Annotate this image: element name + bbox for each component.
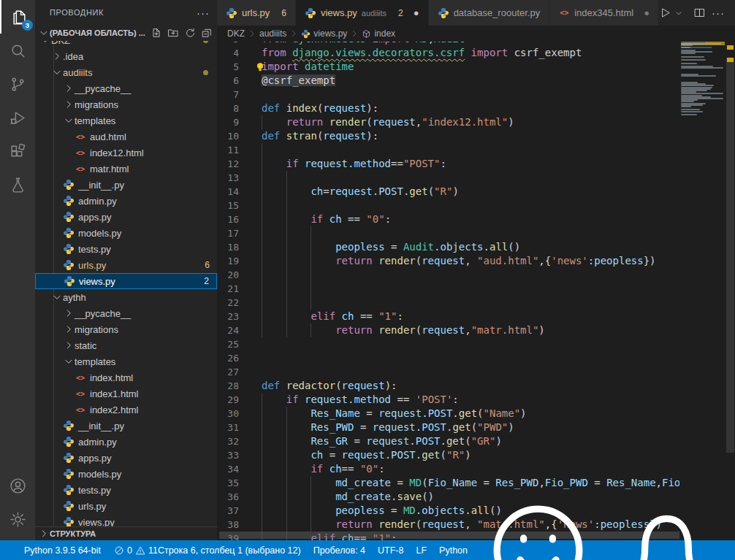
code-line-12[interactable]: 12 if request.method=="POST": — [217, 157, 679, 171]
code-line-19[interactable]: 19 return render(request, "aud.html",{'n… — [217, 254, 679, 268]
activity-item-run-debug[interactable] — [0, 101, 35, 134]
code-line-15[interactable]: 15 — [217, 199, 679, 212]
tree-item-matr-html[interactable]: <>matr.html — [35, 161, 217, 177]
tree-item--init-py[interactable]: __init__.py — [35, 418, 217, 434]
tree-item-admin-py[interactable]: admin.py — [35, 434, 217, 450]
new-folder-icon[interactable] — [167, 27, 179, 39]
cursor-position-status[interactable]: Строка 6, столбец 1 (выбрано 12) — [158, 545, 301, 556]
breadcrumb-item-views-py[interactable]: views.py — [301, 28, 347, 39]
refresh-icon[interactable] — [184, 27, 196, 39]
run-button[interactable] — [659, 7, 671, 19]
tree-item-models-py[interactable]: models.py — [35, 225, 217, 241]
tree-item-tests-py[interactable]: tests.py — [35, 241, 217, 257]
breadcrumb-item-audiiits[interactable]: audiiits — [259, 28, 286, 39]
code-line-8[interactable]: 8def index(request): — [217, 101, 679, 115]
sidebar-more-icon[interactable]: ··· — [197, 7, 210, 19]
workspace-section-header[interactable]: (РАБОЧАЯ ОБЛАСТЬ) ... — [35, 25, 217, 41]
activity-item-explorer[interactable]: 3 — [0, 0, 37, 34]
scrollbar-slider[interactable] — [726, 58, 734, 453]
tree-item-migrations[interactable]: migrations — [35, 96, 217, 112]
eol-status[interactable]: LF — [416, 545, 427, 556]
tree-item-index2-html[interactable]: <>index2.html — [35, 402, 217, 418]
encoding-status[interactable]: UTF-8 — [378, 545, 403, 556]
code-line-13[interactable]: 13 — [217, 171, 679, 185]
minimap[interactable] — [679, 42, 726, 540]
dirty-indicator-icon[interactable]: ● — [644, 7, 650, 18]
activity-item-account[interactable] — [0, 469, 35, 502]
code-line-28[interactable]: 28def redactor(request): — [217, 379, 679, 393]
tree-item-index1-html[interactable]: <>index1.html — [35, 386, 217, 402]
tree-item-static[interactable]: static — [35, 337, 217, 353]
code-editor[interactable]: 3from aythh.models import MD,Audit4from … — [217, 42, 679, 540]
code-line-21[interactable]: 21 — [217, 282, 679, 296]
code-line-22[interactable]: 22 — [217, 296, 679, 310]
code-line-14[interactable]: 14 ch=request.POST.get("R") — [217, 185, 679, 199]
new-file-icon[interactable] — [151, 27, 162, 39]
code-line-35[interactable]: 35 md_create = MD(Fio_Name = Res_PWD,Fio… — [217, 476, 679, 490]
code-line-7[interactable]: 7 — [217, 88, 679, 101]
activity-item-search[interactable] — [0, 34, 35, 67]
code-line-27[interactable]: 27 — [217, 365, 679, 379]
tree-item-templates[interactable]: templates — [35, 353, 217, 369]
activity-item-extensions[interactable] — [0, 134, 35, 168]
tab-views-py[interactable]: views.pyaudiiits2● — [296, 0, 429, 26]
code-line-4[interactable]: 4from django.views.decorators.csrf impor… — [217, 46, 679, 60]
run-dropdown-icon[interactable] — [674, 9, 683, 18]
tree-item-aud-html[interactable]: <>aud.html — [35, 129, 217, 145]
collapse-all-icon[interactable] — [201, 27, 213, 39]
tree-item--init-py[interactable]: __init__.py — [35, 177, 217, 193]
tree-item-views-py[interactable]: views.py2 — [35, 273, 217, 289]
code-line-6[interactable]: 6@csrf_exempt — [217, 74, 679, 88]
code-line-31[interactable]: 31 Res_PWD = request.POST.get("PWD") — [217, 421, 679, 434]
code-line-25[interactable]: 25 — [217, 337, 679, 351]
problems-status[interactable]: 0 11 — [114, 545, 158, 556]
vertical-scrollbar[interactable] — [726, 26, 735, 540]
bell-icon[interactable] — [609, 492, 725, 560]
tree-item-apps-py[interactable]: apps.py — [35, 450, 217, 466]
code-line-24[interactable]: 24 return render(request,"matr.html") — [217, 323, 679, 337]
tree-item-audiiits[interactable]: audiiits — [35, 64, 217, 80]
tree-item--pycache-[interactable]: __pycache__ — [35, 80, 217, 96]
breadcrumb-item-dkz[interactable]: DKZ — [227, 28, 245, 39]
tree-item-templates[interactable]: templates — [35, 112, 217, 129]
code-line-32[interactable]: 32 Res_GR = request.POST.get("GR") — [217, 434, 679, 448]
activity-item-settings[interactable] — [0, 502, 35, 536]
code-line-30[interactable]: 30 Res_Name = request.POST.get("Name") — [217, 407, 679, 421]
lightbulb-icon[interactable] — [255, 61, 265, 72]
tree-item-index12-html[interactable]: <>index12.html — [35, 145, 217, 161]
code-line-29[interactable]: 29 if request.method == 'POST': — [217, 393, 679, 407]
language-mode-status[interactable]: Python — [439, 545, 468, 556]
code-line-10[interactable]: 10def stran(request): — [217, 129, 679, 143]
tab-urls-py[interactable]: urls.py6 — [217, 0, 296, 26]
activity-item-testing[interactable] — [0, 168, 35, 202]
dirty-indicator-icon[interactable]: ● — [414, 7, 419, 18]
code-line-16[interactable]: 16 if ch == "0": — [217, 212, 679, 226]
code-line-9[interactable]: 9 return render(request,"index12.html") — [217, 115, 679, 129]
tree-item--idea[interactable]: .idea — [35, 48, 217, 64]
tab-database-roouter-py[interactable]: database_roouter.py — [429, 0, 550, 26]
code-line-17[interactable]: 17 — [217, 226, 679, 240]
code-line-26[interactable]: 26 — [217, 351, 679, 365]
editor-more-actions-icon[interactable]: ··· — [709, 7, 728, 19]
tree-item-apps-py[interactable]: apps.py — [35, 209, 217, 225]
python-interpreter-status[interactable]: Python 3.9.5 64-bit — [24, 545, 101, 556]
code-line-20[interactable]: 20 — [217, 268, 679, 282]
tree-item--pycache-[interactable]: __pycache__ — [35, 305, 217, 321]
split-editor-icon[interactable] — [693, 7, 706, 19]
code-line-11[interactable]: 11 — [217, 143, 679, 157]
code-line-23[interactable]: 23 elif ch == "1": — [217, 310, 679, 323]
tree-item-migrations[interactable]: migrations — [35, 321, 217, 337]
feedback-icon[interactable] — [480, 492, 596, 560]
tree-item-admin-py[interactable]: admin.py — [35, 193, 217, 209]
code-line-33[interactable]: 33 ch = request.POST.get("R") — [217, 448, 679, 462]
tree-item-models-py[interactable]: models.py — [35, 466, 217, 482]
code-line-18[interactable]: 18 peopless = Audit.objects.all() — [217, 240, 679, 254]
breadcrumb-item-index[interactable]: index — [362, 28, 395, 39]
tree-item-index-html[interactable]: <>index.html — [35, 369, 217, 386]
activity-item-source-control[interactable] — [0, 67, 35, 101]
tab-index345-html[interactable]: <>index345.html● — [549, 0, 659, 26]
indentation-status[interactable]: Пробелов: 4 — [313, 545, 365, 556]
tree-item-urls-py[interactable]: urls.py6 — [35, 257, 217, 273]
code-line-5[interactable]: 5import datetime — [217, 60, 679, 74]
tree-item-dkz[interactable]: DKZ — [35, 41, 217, 48]
